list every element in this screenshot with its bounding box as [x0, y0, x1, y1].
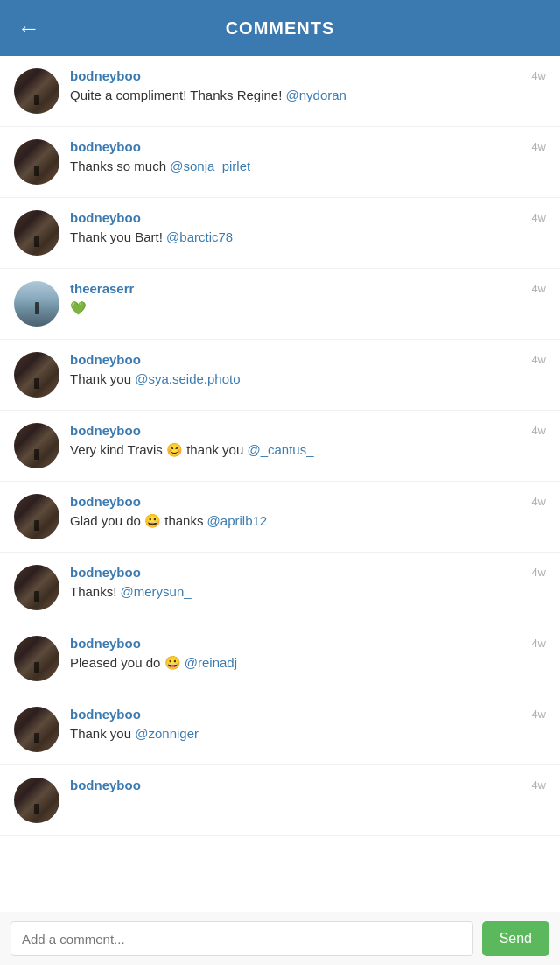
- comment-text: Thank you @zonniger: [70, 724, 546, 743]
- avatar: [14, 707, 60, 752]
- comment-time: 4w: [531, 637, 546, 650]
- avatar: [14, 778, 60, 823]
- send-button[interactable]: Send: [482, 921, 550, 956]
- comment-body: bodneyboo4wPleased you do 😀 @reinadj: [70, 636, 546, 672]
- avatar: [14, 281, 60, 327]
- comment-time: 4w: [531, 140, 546, 153]
- avatar: [14, 68, 60, 114]
- comment-item: theeraserr4w💚: [0, 269, 560, 340]
- comment-username[interactable]: bodneyboo: [70, 139, 141, 154]
- comment-text: 💚: [70, 299, 546, 317]
- comment-text: Quite a compliment! Thanks Regine! @nydo…: [70, 86, 546, 104]
- comment-body: bodneyboo4wVery kind Travis 😊 thank you …: [70, 423, 546, 459]
- comment-header-row: bodneyboo4w: [70, 423, 546, 438]
- comment-time: 4w: [531, 708, 546, 721]
- comment-time: 4w: [531, 566, 546, 579]
- comment-mention[interactable]: @sonja_pirlet: [170, 158, 250, 173]
- avatar: [14, 636, 60, 681]
- comment-time: 4w: [531, 778, 546, 792]
- comments-list: bodneyboo4wQuite a compliment! Thanks Re…: [0, 56, 560, 912]
- comment-time: 4w: [531, 424, 546, 437]
- comment-body: bodneyboo4wThank you Bart! @barctic78: [70, 210, 546, 246]
- comment-item: bodneyboo4wVery kind Travis 😊 thank you …: [0, 411, 560, 482]
- comment-text: Pleased you do 😀 @reinadj: [70, 653, 546, 672]
- comment-header-row: bodneyboo4w: [70, 139, 546, 154]
- comment-item: bodneyboo4wThanks so much @sonja_pirlet: [0, 127, 560, 198]
- comment-item: bodneyboo4wQuite a compliment! Thanks Re…: [0, 56, 560, 127]
- comment-mention[interactable]: @nydoran: [286, 88, 346, 102]
- comment-body: bodneyboo4wGlad you do 😀 thanks @aprilb1…: [70, 494, 546, 530]
- comment-username[interactable]: bodneyboo: [70, 565, 141, 580]
- comment-input-area: Send: [0, 912, 560, 965]
- comment-body: bodneyboo4wThank you @zonniger: [70, 707, 546, 743]
- comment-text: Thank you Bart! @barctic78: [70, 228, 546, 246]
- comment-item: bodneyboo4w: [0, 765, 560, 836]
- comment-username[interactable]: bodneyboo: [70, 636, 141, 651]
- comment-header-row: bodneyboo4w: [70, 68, 546, 83]
- comment-header-row: bodneyboo4w: [70, 352, 546, 367]
- comment-mention[interactable]: @zonniger: [135, 726, 199, 741]
- comment-body: bodneyboo4wThanks! @merysun_: [70, 565, 546, 601]
- avatar: [14, 423, 60, 468]
- comment-header-row: bodneyboo4w: [70, 778, 546, 792]
- avatar: [14, 494, 60, 539]
- comment-mention[interactable]: @aprilb12: [207, 513, 268, 528]
- comment-item: bodneyboo4wThank you @sya.seide.photo: [0, 340, 560, 411]
- comment-header-row: bodneyboo4w: [70, 210, 546, 225]
- comment-time: 4w: [531, 353, 546, 366]
- comment-item: bodneyboo4wThanks! @merysun_: [0, 553, 560, 623]
- comment-time: 4w: [531, 282, 546, 295]
- comment-mention[interactable]: @reinadj: [185, 655, 237, 670]
- comment-mention[interactable]: @merysun_: [121, 584, 192, 599]
- comment-body: bodneyboo4wThank you @sya.seide.photo: [70, 352, 546, 388]
- comment-input[interactable]: [10, 921, 473, 956]
- comment-time: 4w: [531, 495, 546, 508]
- comment-mention[interactable]: @_cantus_: [247, 442, 313, 457]
- comment-mention[interactable]: @sya.seide.photo: [135, 371, 240, 386]
- comments-header: ← COMMENTS: [0, 0, 560, 56]
- comment-header-row: bodneyboo4w: [70, 707, 546, 722]
- comment-header-row: theeraserr4w: [70, 281, 546, 296]
- comment-username[interactable]: bodneyboo: [70, 494, 141, 509]
- comment-item: bodneyboo4wThank you @zonniger: [0, 694, 560, 765]
- comment-username[interactable]: bodneyboo: [70, 68, 141, 83]
- comment-item: bodneyboo4wGlad you do 😀 thanks @aprilb1…: [0, 482, 560, 553]
- comment-body: bodneyboo4wQuite a compliment! Thanks Re…: [70, 68, 546, 104]
- comment-mention[interactable]: @barctic78: [166, 229, 233, 244]
- comment-header-row: bodneyboo4w: [70, 636, 546, 651]
- avatar: [14, 210, 60, 256]
- comment-username[interactable]: theeraserr: [70, 281, 134, 296]
- comment-body: theeraserr4w💚: [70, 281, 546, 317]
- comment-body: bodneyboo4wThanks so much @sonja_pirlet: [70, 139, 546, 175]
- comment-username[interactable]: bodneyboo: [70, 423, 141, 438]
- comment-text: Thank you @sya.seide.photo: [70, 370, 546, 388]
- avatar: [14, 139, 60, 185]
- comment-text: Thanks! @merysun_: [70, 582, 546, 601]
- comment-item: bodneyboo4wPleased you do 😀 @reinadj: [0, 623, 560, 694]
- comment-text: Very kind Travis 😊 thank you @_cantus_: [70, 440, 546, 459]
- avatar: [14, 565, 60, 610]
- comment-text: Thanks so much @sonja_pirlet: [70, 157, 546, 175]
- avatar: [14, 352, 60, 398]
- comment-text: Glad you do 😀 thanks @aprilb12: [70, 511, 546, 530]
- comment-header-row: bodneyboo4w: [70, 565, 546, 580]
- comment-username[interactable]: bodneyboo: [70, 707, 141, 722]
- page-title: COMMENTS: [226, 18, 335, 39]
- comment-time: 4w: [531, 211, 546, 224]
- comment-header-row: bodneyboo4w: [70, 494, 546, 509]
- comment-username[interactable]: bodneyboo: [70, 210, 141, 225]
- comment-username[interactable]: bodneyboo: [70, 352, 141, 367]
- comment-item: bodneyboo4wThank you Bart! @barctic78: [0, 198, 560, 269]
- comment-time: 4w: [531, 69, 546, 82]
- comment-username[interactable]: bodneyboo: [70, 778, 141, 792]
- back-button[interactable]: ←: [18, 17, 40, 39]
- comment-body: bodneyboo4w: [70, 778, 546, 795]
